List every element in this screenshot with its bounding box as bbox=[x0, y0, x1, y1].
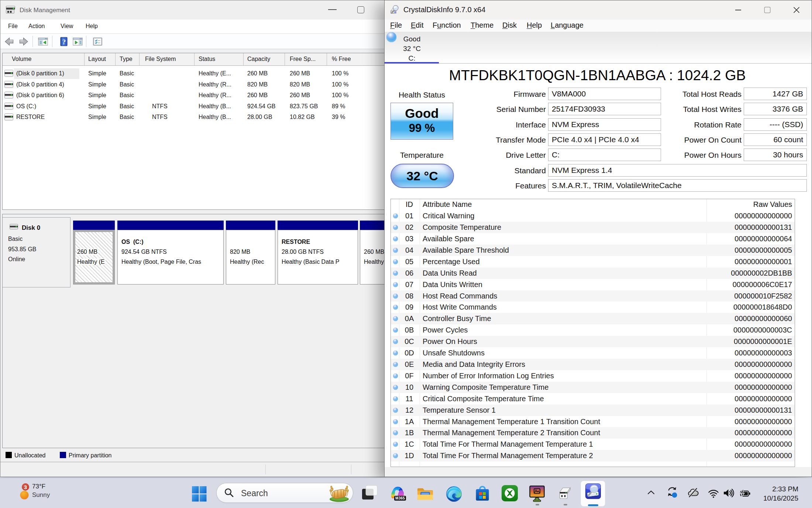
smart-row-0E[interactable]: 0EMedia and Data Integrity Errors0000000… bbox=[391, 359, 795, 370]
smart-row-0A[interactable]: 0AController Busy Time00000000000060 bbox=[391, 313, 795, 324]
volume-row-disk-0-partition-1[interactable]: (Disk 0 partition 1)SimpleBasicHealthy (… bbox=[3, 68, 383, 79]
smart-cell-raw: 00000000000131 bbox=[734, 406, 792, 415]
cdi-titlebar[interactable]: CrystalDiskInfo 9.7.0 x64 bbox=[385, 0, 812, 20]
smart-cell-raw: 00000000000060 bbox=[734, 314, 792, 323]
smart-header-raw-values[interactable]: Raw Values bbox=[753, 200, 792, 209]
smart-row-11[interactable]: 11Critical Composite Temperature Time000… bbox=[391, 393, 795, 405]
partition-3[interactable]: 820 MBHealthy (Rec bbox=[226, 221, 275, 284]
column-header-status[interactable]: Status bbox=[195, 53, 244, 66]
copilot-m365-button[interactable]: M365 bbox=[389, 485, 405, 501]
smart-row-0F[interactable]: 0FNumber of Error Information Log Entrie… bbox=[391, 370, 795, 382]
task-view-button[interactable] bbox=[361, 485, 378, 501]
dm-menu-file[interactable]: File bbox=[8, 23, 18, 30]
cdi-menu-file[interactable]: File bbox=[390, 21, 402, 30]
smart-row-07[interactable]: 07Data Units Written000000006C0E17 bbox=[391, 279, 795, 290]
tray-sync-icon[interactable] bbox=[667, 486, 678, 498]
smart-cell-id: 1B bbox=[399, 429, 420, 437]
active-app-indicator bbox=[588, 504, 598, 506]
smart-header-attribute-name[interactable]: Attribute Name bbox=[423, 200, 472, 209]
disk-drive-app-button[interactable] bbox=[557, 486, 573, 501]
cdi-menu-theme[interactable]: Theme bbox=[471, 21, 493, 30]
column-header-volume[interactable]: Volume bbox=[3, 53, 85, 66]
dm-titlebar[interactable]: Disk Management bbox=[0, 0, 384, 20]
volume-cell-pct: 89 % bbox=[332, 103, 345, 110]
smart-row-12[interactable]: 12Temperature Sensor 100000000000131 bbox=[391, 405, 795, 416]
dm-menu-help[interactable]: Help bbox=[86, 23, 98, 30]
dm-minimize-button[interactable] bbox=[328, 9, 337, 10]
cdi-menu-language[interactable]: Language bbox=[551, 21, 584, 30]
volume-row-disk-0-partition-6[interactable]: (Disk 0 partition 6)SimpleBasicHealthy (… bbox=[3, 90, 383, 101]
partition-4[interactable]: RESTORE28.00 GB NTFSHealthy (Basic Data … bbox=[278, 221, 358, 284]
weather-widget[interactable]: 3 bbox=[18, 481, 33, 503]
dm-toolbar-back-icon[interactable] bbox=[4, 37, 14, 47]
cdi-menu-function[interactable]: Function bbox=[433, 21, 461, 30]
column-header-capacity[interactable]: Capacity bbox=[244, 53, 285, 66]
column-header-type[interactable]: Type bbox=[116, 53, 140, 66]
column-header-layout[interactable]: Layout bbox=[85, 53, 116, 66]
column-header-file-system[interactable]: File System bbox=[140, 53, 195, 66]
cdi-menu-disk[interactable]: Disk bbox=[502, 21, 517, 30]
screen-capture-app-button[interactable] bbox=[529, 485, 545, 502]
column-header-free-sp[interactable]: Free Sp... bbox=[285, 53, 327, 66]
partition-2[interactable]: OS (C:)924.54 GB NTFSHealthy (Boot, Page… bbox=[117, 221, 224, 284]
volume-row-disk-0-partition-4[interactable]: (Disk 0 partition 4)SimpleBasicHealthy (… bbox=[3, 79, 383, 90]
smart-row-1B[interactable]: 1BThermal Management Temperature 2 Trans… bbox=[391, 427, 795, 439]
dm-maximize-button[interactable] bbox=[357, 6, 364, 13]
smart-row-0B[interactable]: 0BPower Cycles0000000000003C bbox=[391, 324, 795, 336]
dm-toolbar-show-action-pane-icon[interactable] bbox=[73, 37, 83, 47]
tray-onedrive-paused-icon[interactable] bbox=[688, 488, 699, 498]
smart-cell-name: Controller Busy Time bbox=[423, 314, 491, 323]
smart-row-05[interactable]: 05Percentage Used00000000000001 bbox=[391, 256, 795, 267]
volume-row-os-c[interactable]: OS (C:)SimpleBasicNTFSHealthy (B...924.5… bbox=[3, 101, 383, 112]
edge-button[interactable] bbox=[445, 485, 463, 503]
smart-row-03[interactable]: 03Available Spare00000000000064 bbox=[391, 233, 795, 245]
smart-row-08[interactable]: 08Host Read Commands000000010F2582 bbox=[391, 290, 795, 302]
dm-toolbar-forward-icon[interactable] bbox=[19, 37, 29, 47]
smart-row-02[interactable]: 02Composite Temperature00000000000131 bbox=[391, 222, 795, 233]
column-header-label: Volume bbox=[12, 56, 31, 62]
partition-1[interactable]: 260 MBHealthy (E bbox=[73, 221, 115, 284]
dm-toolbar-properties-icon[interactable] bbox=[93, 37, 103, 47]
smart-cell-name: Data Units Read bbox=[423, 269, 477, 277]
dm-menu-action[interactable]: Action bbox=[28, 23, 45, 30]
crystaldiskinfo-taskbar-button[interactable] bbox=[581, 481, 605, 507]
smart-header-id[interactable]: ID bbox=[399, 200, 420, 209]
disk0-card[interactable]: Disk 0 Basic 953.85 GB Online bbox=[3, 217, 70, 287]
smart-row-01[interactable]: 01Critical Warning00000000000000 bbox=[391, 210, 795, 222]
smart-row-10[interactable]: 10Warning Composite Temperature Time0000… bbox=[391, 382, 795, 393]
toolbar-separator bbox=[32, 36, 33, 47]
cdi-menu-help[interactable]: Help bbox=[527, 21, 542, 30]
search-highlight-bread-icon[interactable] bbox=[328, 484, 350, 502]
volume-cell-capacity: 924.54 GB bbox=[247, 103, 276, 110]
smart-row-1C[interactable]: 1CTotal Time For Thermal Management Temp… bbox=[391, 439, 795, 450]
microsoft-store-button[interactable] bbox=[475, 485, 490, 502]
volume-row-restore[interactable]: RESTORESimpleBasicNTFSHealthy (B...28.00… bbox=[3, 112, 383, 123]
smart-cell-id: 06 bbox=[399, 269, 420, 277]
tray-volume-icon[interactable] bbox=[723, 488, 734, 498]
dm-menu-view[interactable]: View bbox=[61, 23, 73, 30]
cdi-close-button[interactable] bbox=[790, 3, 803, 17]
drive-tab[interactable]: Good 32 °C C: bbox=[398, 34, 426, 63]
dm-toolbar-show-console-tree-icon[interactable] bbox=[38, 37, 48, 47]
column-header-free[interactable]: % Free bbox=[327, 53, 393, 66]
file-explorer-button[interactable] bbox=[417, 486, 434, 501]
cdi-maximize-button[interactable] bbox=[761, 3, 774, 17]
smart-row-1D[interactable]: 1DTotal Time For Thermal Management Temp… bbox=[391, 450, 795, 461]
search-box[interactable]: Search bbox=[216, 483, 353, 503]
start-button[interactable] bbox=[192, 486, 207, 502]
xbox-button[interactable] bbox=[502, 485, 518, 501]
statusbar-divider bbox=[351, 464, 351, 474]
cdi-minimize-button[interactable] bbox=[732, 3, 745, 17]
smart-row-1A[interactable]: 1AThermal Management Temperature 1 Trans… bbox=[391, 416, 795, 427]
tray-chevron-up-icon[interactable] bbox=[647, 490, 655, 495]
smart-row-0D[interactable]: 0DUnsafe Shutdowns00000000000003 bbox=[391, 347, 795, 359]
smart-row-09[interactable]: 09Host Write Commands000000018648D0 bbox=[391, 301, 795, 313]
smart-row-06[interactable]: 06Data Units Read000000002DB1BB bbox=[391, 267, 795, 279]
smart-row-0C[interactable]: 0CPower On Hours0000000000001E bbox=[391, 336, 795, 347]
smart-row-04[interactable]: 04Available Spare Threshold0000000000000… bbox=[391, 245, 795, 256]
tray-wifi-icon[interactable] bbox=[708, 489, 719, 498]
clock[interactable]: 2:33 PM 10/16/2025 bbox=[763, 484, 798, 503]
dm-toolbar-help-icon[interactable]: ? bbox=[59, 37, 69, 47]
tray-battery-charging-icon[interactable] bbox=[739, 489, 750, 498]
cdi-menu-edit[interactable]: Edit bbox=[411, 21, 423, 30]
